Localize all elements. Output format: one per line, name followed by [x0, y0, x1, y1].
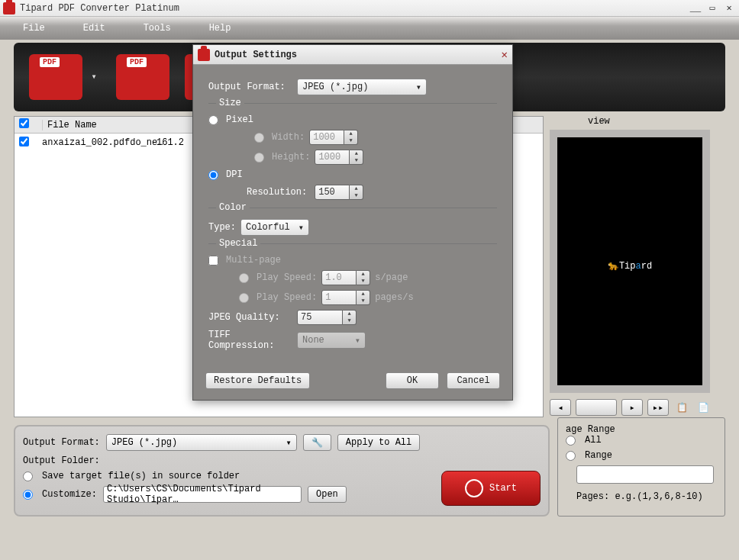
page-indicator	[576, 399, 617, 416]
menubar: File Edit Tools Help	[0, 17, 739, 40]
output-format-label: Output Format:	[23, 437, 100, 448]
preview-controls: ◂ ▸ ▸▸ 📋 📄	[550, 399, 725, 416]
custom-path-input[interactable]: C:\Users\CS\Documents\Tipard Studio\Tipa…	[103, 486, 302, 503]
close-button[interactable]: ✕	[722, 3, 736, 14]
select-all-checkbox[interactable]	[19, 118, 29, 128]
width-spinner: 1000▲▼	[309, 130, 358, 145]
size-fieldset: Size Pixel Width: 1000▲▼ Height: 1000▲▼ …	[208, 103, 497, 200]
last-page-button[interactable]: ▸▸	[647, 399, 669, 416]
dialog-title: Output Settings	[215, 50, 297, 60]
restore-defaults-button[interactable]: Restore Defaults	[205, 372, 310, 389]
tiff-compression-select[interactable]: None▾	[297, 332, 366, 349]
window-titlebar: Tipard PDF Converter Platinum __ ▭ ✕	[0, 0, 739, 17]
color-fieldset: Color Type: Colorful▾	[208, 208, 497, 236]
output-folder-label: Output Folder:	[23, 455, 100, 466]
color-type-select[interactable]: Colorful▾	[240, 219, 309, 236]
preview-panel: view 🐆Tipard ◂ ▸ ▸▸ 📋 📄	[550, 116, 725, 417]
add-pdf-button[interactable]	[29, 54, 82, 100]
playspeed1-spinner: 1.0▲▼	[321, 270, 370, 285]
minimize-button[interactable]: __	[689, 3, 702, 14]
playspeed1-radio	[239, 273, 249, 283]
customize-radio[interactable]	[23, 490, 33, 500]
output-panel: Output Format: JPEG (*.jpg)▾ 🔧 Apply to …	[14, 425, 550, 517]
apply-all-button[interactable]: Apply to All	[337, 434, 420, 451]
pixel-radio[interactable]	[208, 115, 218, 125]
page-range-legend: age Range	[566, 424, 717, 435]
cancel-button[interactable]: Cancel	[447, 372, 500, 389]
output-settings-dialog: Output Settings ✕ Output Format: JPEG (*…	[192, 44, 513, 401]
range-input[interactable]	[576, 465, 714, 484]
range-range-radio[interactable]	[566, 451, 576, 461]
menu-help[interactable]: Help	[209, 23, 231, 34]
maximize-button[interactable]: ▭	[705, 3, 719, 14]
range-all-radio[interactable]	[566, 436, 576, 446]
settings-button[interactable]: 🔧	[303, 434, 331, 451]
jpeg-quality-spinner[interactable]: 75▲▼	[297, 310, 357, 325]
menu-file[interactable]: File	[23, 23, 45, 34]
tipard-logo: 🐆Tipard	[608, 249, 652, 274]
bottom-panel: Output Format: JPEG (*.jpg)▾ 🔧 Apply to …	[14, 425, 725, 517]
save-in-source-radio[interactable]	[23, 471, 33, 481]
resolution-spinner[interactable]: 150▲▼	[315, 185, 363, 200]
refresh-icon	[465, 479, 483, 497]
playspeed2-spinner: 1▲▼	[321, 290, 370, 305]
cell-filename: anxaizai_002.pdfdo_ne…	[42, 137, 157, 148]
col-filename[interactable]: File Name	[42, 120, 157, 130]
dialog-app-icon	[198, 49, 210, 61]
dialog-footer: Restore Defaults OK Cancel	[193, 365, 512, 400]
copy-icon[interactable]: 📋	[673, 399, 690, 416]
height-spinner: 1000▲▼	[315, 150, 363, 165]
prev-page-button[interactable]: ◂	[550, 399, 571, 416]
ok-button[interactable]: OK	[386, 372, 439, 389]
special-fieldset: Special Multi-page Play Speed: 1.0▲▼ s/p…	[208, 243, 497, 351]
menu-tools[interactable]: Tools	[144, 23, 171, 34]
multipage-checkbox[interactable]	[208, 256, 218, 266]
preview-title: view	[550, 116, 725, 127]
range-hint: Pages: e.g.(1,3,6,8-10)	[576, 491, 717, 502]
dialog-titlebar: Output Settings ✕	[193, 45, 512, 65]
save-in-source-label: Save target file(s) in source folder	[42, 471, 240, 481]
start-button[interactable]: Start	[441, 471, 541, 506]
dlg-format-select[interactable]: JPEG (*.jpg)▾	[297, 79, 427, 95]
customize-label: Customize:	[42, 489, 97, 500]
open-folder-button[interactable]: Open	[308, 486, 347, 503]
row-checkbox[interactable]	[19, 137, 29, 146]
folder-icon[interactable]: 📄	[695, 399, 712, 416]
dialog-close-button[interactable]: ✕	[502, 48, 508, 61]
dlg-format-label: Output Format:	[208, 82, 292, 92]
next-page-button[interactable]: ▸	[621, 399, 643, 416]
dpi-radio[interactable]	[208, 170, 218, 180]
edit-pdf-button[interactable]	[116, 54, 169, 100]
width-radio	[254, 133, 264, 143]
output-format-select[interactable]: JPEG (*.jpg)▾	[106, 434, 297, 451]
app-icon	[3, 2, 15, 14]
playspeed2-radio	[239, 293, 249, 303]
add-pdf-dropdown[interactable]: ▾	[87, 71, 101, 83]
menu-edit[interactable]: Edit	[83, 23, 105, 34]
page-range-panel: age Range All Range Pages: e.g.(1,3,6,8-…	[557, 417, 725, 517]
height-radio	[254, 153, 264, 163]
preview-box: 🐆Tipard	[550, 130, 710, 393]
cell-size: 161.2	[157, 137, 184, 148]
window-title: Tipard PDF Converter Platinum	[20, 3, 179, 14]
